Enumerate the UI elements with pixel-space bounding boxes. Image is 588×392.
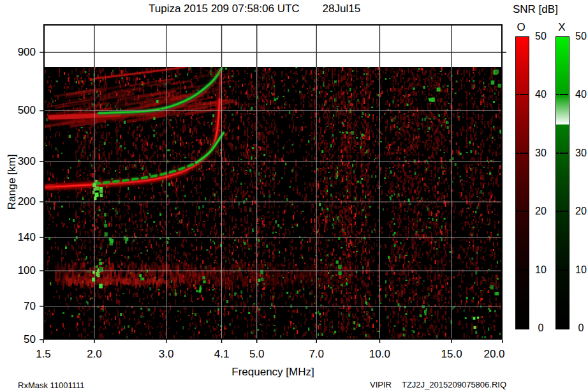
colorbar-x-tick-label: 30 bbox=[573, 147, 588, 159]
colorbar-x-tick-label: 20 bbox=[573, 206, 588, 217]
x-tick-label: 10.0 bbox=[364, 348, 395, 361]
colorbar-x-tick-label: 10 bbox=[573, 264, 588, 276]
colorbar-o-tick-label: 10 bbox=[533, 264, 549, 276]
plot-title: Tupiza 2015 209 07:58:06 UTC bbox=[149, 3, 300, 15]
y-tick-label: 100 bbox=[0, 264, 36, 277]
colorbar-o-tick-label: 40 bbox=[533, 89, 549, 100]
plot-date: 28Jul15 bbox=[323, 3, 361, 15]
file-name: TZJ2J_2015209075806.RIQ bbox=[402, 380, 506, 389]
x-tick-label: 15.0 bbox=[436, 348, 467, 361]
x-tick-label: 20.0 bbox=[478, 348, 510, 361]
y-tick-label: 300 bbox=[0, 155, 36, 168]
source-file-text: VIPIRTZJ2J_2015209075806.RIQ bbox=[370, 380, 506, 389]
colorbar-o-gradient bbox=[515, 36, 529, 329]
colorbar-x-tick-dash bbox=[555, 211, 568, 212]
x-tick-label: 4.1 bbox=[206, 348, 238, 361]
colorbar-o-tick-label: 0 bbox=[533, 322, 549, 334]
colorbar-x-gradient bbox=[555, 36, 570, 329]
y-tick-label: 200 bbox=[0, 195, 36, 208]
colorbar-o-mode-label: O bbox=[514, 21, 528, 34]
colorbar-o-tick-dash bbox=[515, 94, 528, 95]
colorbar-x-tick-dash bbox=[555, 153, 568, 154]
colorbar-x-tick-dash bbox=[555, 269, 568, 271]
colorbar-o-tick-label: 20 bbox=[533, 206, 549, 217]
plot-header: Tupiza 2015 209 07:58:06 UTC28Jul15 bbox=[149, 3, 360, 15]
x-tick-label: 2.0 bbox=[78, 348, 110, 361]
ionogram-plot-canvas bbox=[37, 24, 509, 345]
x-tick-label: 3.0 bbox=[151, 348, 182, 361]
colorbar-o-tick-label: 30 bbox=[533, 147, 549, 159]
colorbar-o-tick-dash bbox=[515, 269, 528, 271]
y-tick-label: 50 bbox=[0, 333, 36, 346]
system-name: VIPIR bbox=[370, 380, 392, 389]
colorbar-o-tick-dash bbox=[515, 211, 528, 212]
snr-scale-title: SNR [dB] bbox=[513, 3, 558, 16]
y-tick-label: 500 bbox=[0, 104, 36, 117]
x-axis-label: Frequency [MHz] bbox=[228, 366, 318, 379]
colorbar-x-tick-dash bbox=[555, 94, 568, 95]
colorbar-x-mode-label: X bbox=[555, 21, 569, 34]
x-tick-label: 7.0 bbox=[300, 348, 332, 361]
colorbar-o-tick-label: 50 bbox=[533, 31, 549, 42]
y-tick-label: 140 bbox=[0, 231, 36, 244]
ionogram-screenshot: Tupiza 2015 209 07:58:06 UTC28Jul15 SNR … bbox=[0, 0, 588, 392]
x-tick-label: 5.0 bbox=[241, 348, 273, 361]
rx-mask-text: RxMask 11001111 bbox=[18, 381, 85, 390]
y-tick-label: 900 bbox=[0, 46, 36, 59]
x-tick-label: 1.5 bbox=[27, 348, 59, 361]
colorbar-x-tick-label: 40 bbox=[573, 89, 588, 100]
y-tick-label: 70 bbox=[0, 300, 36, 313]
colorbar-x-tick-label: 0 bbox=[573, 322, 588, 334]
colorbar-o-tick-dash bbox=[515, 153, 528, 154]
colorbar-x-tick-label: 50 bbox=[573, 31, 588, 42]
